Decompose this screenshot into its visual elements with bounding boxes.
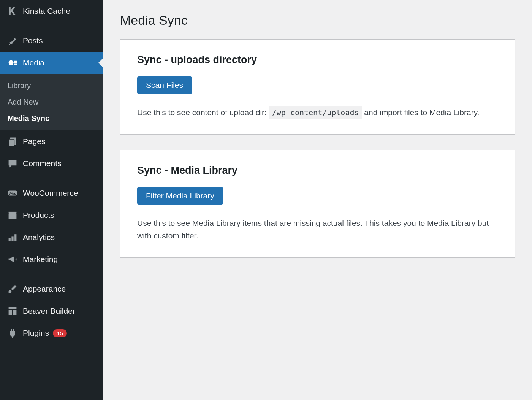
- desc-text: and import files to Media Library.: [364, 108, 479, 117]
- plug-icon: [7, 327, 18, 339]
- svg-rect-7: [9, 212, 17, 213]
- sidebar-item-products[interactable]: Products: [0, 204, 103, 226]
- svg-rect-10: [14, 234, 16, 241]
- sidebar-item-woocommerce[interactable]: Woo WooCommerce: [0, 182, 103, 204]
- submenu-item-media-sync[interactable]: Media Sync: [0, 110, 103, 127]
- plugins-update-badge: 15: [53, 329, 67, 337]
- svg-rect-13: [13, 310, 16, 315]
- products-icon: [7, 210, 18, 221]
- sidebar-item-label: Plugins: [23, 329, 49, 338]
- pin-icon: [7, 35, 18, 46]
- svg-point-0: [9, 60, 14, 65]
- sidebar-item-label: WooCommerce: [23, 189, 78, 198]
- analytics-icon: [7, 232, 18, 243]
- pages-icon: [7, 136, 18, 147]
- main-content: Media Sync Sync - uploads directory Scan…: [103, 0, 532, 400]
- sidebar-item-beaver-builder[interactable]: Beaver Builder: [0, 300, 103, 322]
- svg-rect-12: [9, 310, 12, 315]
- scan-files-button[interactable]: Scan Files: [137, 76, 192, 94]
- sidebar-item-analytics[interactable]: Analytics: [0, 226, 103, 248]
- sidebar-item-appearance[interactable]: Appearance: [0, 278, 103, 300]
- sidebar-item-pages[interactable]: Pages: [0, 130, 103, 152]
- svg-rect-11: [9, 307, 17, 309]
- separator: [0, 175, 103, 182]
- svg-rect-9: [11, 236, 13, 241]
- separator: [0, 22, 103, 30]
- page-title: Media Sync: [120, 13, 515, 28]
- sidebar-item-label: Media: [23, 58, 44, 67]
- card-title: Sync - Media Library: [137, 165, 498, 176]
- svg-rect-8: [9, 238, 11, 241]
- sidebar-item-label: Kinsta Cache: [23, 6, 70, 16]
- separator: [0, 270, 103, 278]
- submenu-media: Library Add New Media Sync: [0, 74, 103, 130]
- sidebar-item-comments[interactable]: Comments: [0, 152, 103, 175]
- desc-text: Use this to see content of upload dir:: [137, 108, 269, 117]
- sidebar-item-posts[interactable]: Posts: [0, 30, 103, 52]
- filter-media-library-button[interactable]: Filter Media Library: [137, 187, 223, 205]
- svg-text:Woo: Woo: [9, 192, 16, 195]
- megaphone-icon: [7, 254, 18, 265]
- sidebar-item-media[interactable]: Media: [0, 52, 103, 74]
- sidebar-item-label: Pages: [23, 137, 46, 146]
- card-title: Sync - uploads directory: [137, 54, 498, 66]
- kinsta-icon: [7, 5, 18, 17]
- card-description: Use this to see Media Library items that…: [137, 217, 498, 242]
- submenu-item-library[interactable]: Library: [0, 78, 103, 94]
- card-sync-uploads: Sync - uploads directory Scan Files Use …: [120, 39, 515, 135]
- sidebar-item-marketing[interactable]: Marketing: [0, 248, 103, 270]
- sidebar-item-label: Marketing: [23, 255, 58, 264]
- upload-path-code: /wp-content/uploads: [269, 106, 362, 119]
- sidebar-item-label: Products: [23, 211, 54, 220]
- sidebar-item-label: Beaver Builder: [23, 306, 75, 316]
- layout-icon: [7, 305, 18, 317]
- comment-icon: [7, 158, 18, 169]
- sidebar-item-label: Analytics: [23, 233, 55, 242]
- admin-sidebar: Kinsta Cache Posts Media Library Add New…: [0, 0, 103, 400]
- media-icon: [7, 57, 18, 68]
- sidebar-item-label: Appearance: [23, 284, 66, 294]
- brush-icon: [7, 283, 18, 295]
- sidebar-item-label: Posts: [23, 36, 43, 45]
- card-sync-media-library: Sync - Media Library Filter Media Librar…: [120, 150, 515, 258]
- sidebar-item-kinsta-cache[interactable]: Kinsta Cache: [0, 0, 103, 22]
- card-description: Use this to see content of upload dir: /…: [137, 106, 498, 119]
- svg-rect-3: [9, 140, 14, 146]
- svg-rect-6: [9, 213, 17, 219]
- submenu-item-add-new[interactable]: Add New: [0, 94, 103, 110]
- woo-icon: Woo: [7, 187, 18, 199]
- sidebar-item-plugins[interactable]: Plugins 15: [0, 322, 103, 344]
- sidebar-item-label: Comments: [23, 159, 62, 168]
